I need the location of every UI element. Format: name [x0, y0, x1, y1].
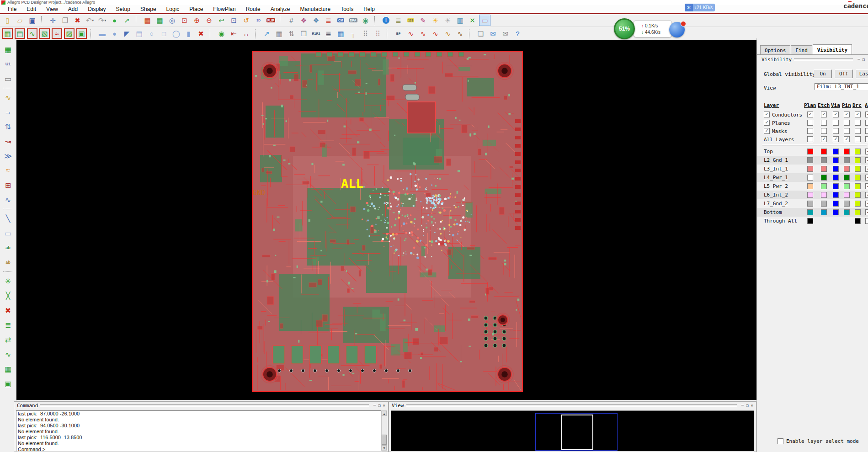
l7_gnd_2-etch-color[interactable]	[821, 201, 827, 207]
l5_pwr_2-via-color[interactable]	[833, 183, 839, 189]
conductors-all-checkbox[interactable]: ✓	[865, 112, 868, 117]
tab-find[interactable]: Find	[791, 45, 812, 55]
menu-manufacture[interactable]: Manufacture	[295, 5, 335, 13]
redraw-button[interactable]: ▦	[142, 15, 153, 26]
l6_int_2-pin-color[interactable]	[844, 192, 850, 198]
l3_int_1-pin-color[interactable]	[844, 166, 850, 172]
flow-plan-4-button[interactable]: ▧	[39, 28, 50, 39]
shadow-mode-button[interactable]: ≣	[323, 15, 334, 26]
route-slide-button[interactable]: ∿	[417, 28, 429, 39]
copy-clipboard-button[interactable]: ❏	[475, 28, 486, 39]
top-plan-color[interactable]	[807, 149, 813, 154]
route-custom-button[interactable]: ∿	[442, 28, 453, 39]
zoom-out-button[interactable]: ⊖	[203, 15, 215, 26]
l6_int_2-plan-color[interactable]	[807, 192, 813, 198]
command-minimize-button[interactable]: ─	[373, 404, 376, 408]
menu-route[interactable]: Route	[241, 5, 266, 13]
rats-component-button[interactable]: ✳	[2, 275, 14, 287]
move-button[interactable]: ✛	[47, 15, 59, 26]
conductors-checkbox[interactable]: ✓	[764, 112, 770, 117]
l4_pwr_1-all-checkbox[interactable]: ✓	[865, 175, 868, 181]
l2_gnd_1-pin-color[interactable]	[844, 157, 850, 163]
menu-logic[interactable]: Logic	[161, 5, 185, 13]
dimension-linear-button[interactable]: ↔	[240, 28, 252, 39]
menu-tools[interactable]: Tools	[335, 5, 358, 13]
through all-plan-color[interactable]	[807, 218, 813, 224]
dehighlight-button[interactable]: ☀	[442, 15, 453, 26]
scroll-thumb[interactable]	[382, 435, 387, 445]
l3_int_1-all-checkbox[interactable]: ✓	[865, 166, 868, 172]
l7_gnd_2-all-checkbox[interactable]: ✓	[865, 201, 868, 207]
redo-button[interactable]: ↷▾	[96, 15, 108, 26]
pin-array-button[interactable]: ⠿	[360, 28, 371, 39]
fix-property-button[interactable]: ●	[109, 15, 120, 26]
bottom-plan-color[interactable]	[807, 209, 813, 215]
l4_pwr_1-plan-color[interactable]	[807, 175, 813, 181]
l5_pwr_2-drc-color[interactable]	[855, 183, 861, 189]
element-info-button[interactable]: ≣	[393, 15, 404, 26]
add-text-button[interactable]: ab	[2, 242, 14, 254]
delay-tune-button[interactable]: ⇅	[2, 121, 14, 133]
all layers-etch-checkbox[interactable]: ✓	[821, 136, 827, 142]
grid-toggle-button[interactable]: #	[286, 15, 297, 26]
l2_gnd_1-plan-color[interactable]	[807, 157, 813, 163]
l3_int_1-plan-color[interactable]	[807, 166, 813, 172]
l3_int_1-drc-color[interactable]	[855, 166, 861, 172]
undo-dropdown-icon[interactable]: ▾	[92, 19, 94, 22]
flow-plan-6-button[interactable]: ▨	[64, 28, 75, 39]
enable-layer-select-checkbox[interactable]	[777, 438, 783, 444]
hourglass-button[interactable]: ✕	[467, 15, 478, 26]
dye-brush-button[interactable]: ✎	[417, 15, 429, 26]
global-on-button[interactable]: On	[814, 69, 832, 78]
via-structure-button[interactable]: ⊞	[2, 179, 14, 191]
status-button[interactable]: ◉	[360, 15, 371, 26]
planes-all-checkbox[interactable]	[865, 120, 868, 126]
slide-button[interactable]: →	[2, 106, 14, 118]
net-schedule-button[interactable]: ≣	[2, 319, 14, 331]
waive-drc-button[interactable]: ▥	[454, 15, 466, 26]
tab-visibility[interactable]: Visibility	[813, 44, 852, 55]
route-delay-button[interactable]: ∿	[430, 28, 441, 39]
masks-plan-checkbox[interactable]	[807, 128, 813, 134]
masks-checkbox[interactable]: ✓	[764, 128, 770, 134]
menu-display[interactable]: Display	[83, 5, 111, 13]
l6_int_2-drc-color[interactable]	[855, 192, 861, 198]
zoom-box-button[interactable]: ⊡	[179, 15, 190, 26]
view-close-button[interactable]: ✕	[751, 404, 753, 408]
command-scrollbar[interactable]: ▲ ▼	[381, 410, 387, 451]
pushpin-button[interactable]: ↗	[121, 15, 133, 26]
import-logic-button[interactable]: ▦	[2, 43, 14, 55]
zoom-fit-button[interactable]: ▦	[154, 15, 165, 26]
save-drawing-button[interactable]: ▣	[27, 15, 38, 26]
add-line-button[interactable]: ╲	[2, 213, 14, 224]
l4_pwr_1-etch-color[interactable]	[821, 175, 827, 181]
l6_int_2-via-color[interactable]	[833, 192, 839, 198]
update-symbols-button[interactable]: ▦	[273, 28, 285, 39]
shape-rectangular-button[interactable]: ▤	[133, 28, 145, 39]
masks-etch-checkbox[interactable]	[821, 128, 827, 134]
add-rectangle-button[interactable]: ▭	[2, 227, 14, 239]
planes-via-checkbox[interactable]	[833, 120, 839, 126]
conductors-drc-checkbox[interactable]: ✓	[855, 112, 861, 117]
color-dialog-button[interactable]: ❖	[298, 15, 309, 26]
all layers-drc-checkbox[interactable]	[855, 136, 861, 142]
menu-setup[interactable]: Setup	[111, 5, 135, 13]
bp-tool-button[interactable]: BP	[393, 28, 404, 39]
undo-button[interactable]: ↶▾	[84, 15, 96, 26]
all layers-all-checkbox[interactable]	[865, 136, 868, 142]
all layers-plan-checkbox[interactable]	[807, 136, 813, 142]
route-connect-button[interactable]: ∿	[405, 28, 416, 39]
pane-float-button[interactable]: ❐	[863, 58, 865, 62]
export-pdf-button[interactable]: ✉	[487, 28, 499, 39]
planes-etch-checkbox[interactable]	[821, 120, 827, 126]
constraint-manager-button[interactable]: CM	[335, 15, 346, 26]
top-etch-color[interactable]	[821, 149, 827, 154]
menu-help[interactable]: Help	[358, 5, 380, 13]
flow-plan-1-button[interactable]: ▦	[2, 28, 13, 39]
rats-net-button[interactable]: ╳	[2, 290, 14, 302]
redraw-all-button[interactable]: ↺	[240, 15, 252, 26]
shape-circle-button[interactable]: ●	[109, 28, 120, 39]
command-console[interactable]: last pick: 87.0000 -26.1000No element fo…	[16, 410, 382, 452]
l5_pwr_2-all-checkbox[interactable]: ✓	[865, 183, 868, 189]
dfa-check-button[interactable]: DFA	[347, 15, 359, 26]
